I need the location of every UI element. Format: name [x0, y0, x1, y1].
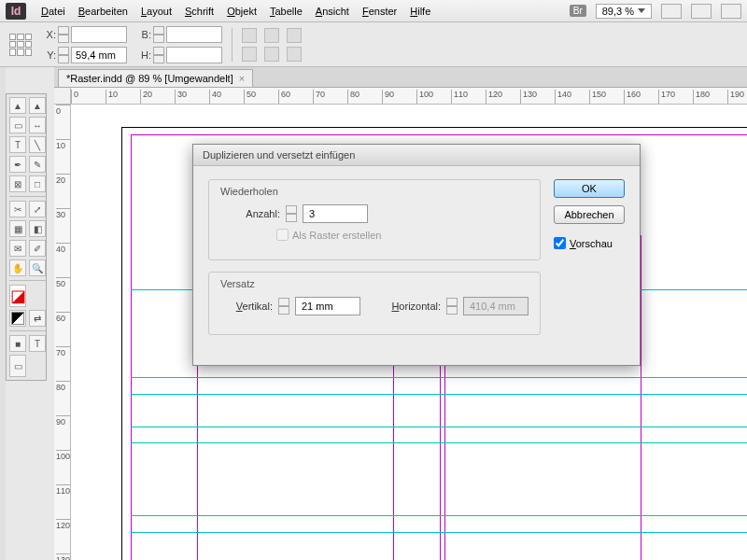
- gap-tool[interactable]: ↔: [29, 117, 46, 133]
- reference-point[interactable]: [9, 34, 32, 56]
- direct-selection-tool[interactable]: ▲: [29, 97, 46, 114]
- menu-tabelle[interactable]: Tabelle: [264, 3, 308, 20]
- menu-objekt[interactable]: Objekt: [221, 3, 262, 20]
- menu-schrift[interactable]: Schrift: [179, 3, 219, 20]
- h-label: H:: [136, 49, 151, 61]
- align-icon[interactable]: [264, 28, 279, 43]
- dialog-title: Duplizieren und versetzt einfügen: [193, 145, 640, 166]
- document-tab-bar: *Raster.indd @ 89 % [Umgewandelt] ×: [54, 67, 747, 88]
- pencil-tool[interactable]: ✎: [29, 156, 46, 173]
- w-stepper[interactable]: [153, 26, 164, 43]
- screen-mode-icon[interactable]: [691, 4, 712, 19]
- document-tab[interactable]: *Raster.indd @ 89 % [Umgewandelt] ×: [58, 69, 253, 87]
- repeat-group: Wiederholen Anzahl: Als Raster erstellen: [208, 179, 541, 260]
- vertical-input[interactable]: [295, 297, 360, 315]
- close-tab-icon[interactable]: ×: [239, 73, 245, 84]
- misc-icon[interactable]: [287, 47, 302, 62]
- y-input[interactable]: [71, 47, 127, 63]
- horizontal-guide[interactable]: [131, 442, 747, 443]
- preview-checkbox[interactable]: [554, 237, 566, 249]
- rectangle-frame-tool[interactable]: ⊠: [9, 175, 26, 192]
- document-tab-title: *Raster.indd @ 89 % [Umgewandelt]: [66, 73, 233, 84]
- y-label: Y:: [41, 49, 56, 61]
- w-input[interactable]: [166, 26, 222, 43]
- menu-layout[interactable]: Layout: [135, 3, 177, 20]
- scissors-tool[interactable]: ✂: [9, 201, 26, 217]
- x-stepper[interactable]: [58, 26, 69, 43]
- swap-fill-stroke[interactable]: ⇄: [29, 310, 46, 327]
- view-options-icon[interactable]: [661, 4, 682, 19]
- apply-color[interactable]: ■: [9, 335, 26, 352]
- type-tool[interactable]: T: [9, 136, 26, 153]
- y-stepper[interactable]: [58, 47, 69, 63]
- rectangle-tool[interactable]: □: [29, 175, 46, 192]
- chevron-down-icon: [638, 8, 645, 13]
- eyedropper-tool[interactable]: ✐: [29, 240, 46, 257]
- ruler-origin[interactable]: [54, 88, 71, 105]
- ruler-horizontal[interactable]: 0102030405060708090100110120130140150160…: [71, 88, 747, 105]
- tools-palette: ▲ ▲ ▭ ↔ T ╲ ✒ ✎ ⊠ □ ✂ ⤢ ▦ ◧ ✉ ✐ ✋ 🔍 ◪ ⇄ …: [6, 93, 47, 381]
- vertical-stepper[interactable]: [278, 298, 289, 315]
- fill-stroke-swatch[interactable]: ◪: [9, 285, 26, 307]
- horizontal-input: [463, 297, 529, 315]
- menu-bar: Id DDateiatei Bearbeiten Layout Schrift …: [0, 0, 747, 22]
- vertical-label: Vertikal:: [224, 301, 273, 312]
- app-logo: Id: [6, 3, 26, 20]
- step-and-repeat-dialog: Duplizieren und versetzt einfügen Wieder…: [192, 144, 641, 366]
- zoom-value: 89,3 %: [602, 6, 634, 17]
- horizontal-guide[interactable]: [131, 394, 747, 395]
- zoom-tool[interactable]: 🔍: [29, 259, 46, 276]
- menu-hilfe[interactable]: Hilfe: [404, 3, 436, 20]
- apply-text[interactable]: T: [29, 335, 46, 352]
- hand-tool[interactable]: ✋: [9, 259, 26, 276]
- rotate-icon[interactable]: [242, 47, 257, 62]
- w-label: B:: [136, 29, 151, 40]
- as-grid-label: Als Raster erstellen: [292, 230, 381, 241]
- pen-tool[interactable]: ✒: [9, 156, 26, 173]
- as-grid-checkbox: [276, 229, 289, 241]
- arrange-icon[interactable]: [721, 4, 741, 19]
- horizontal-guide[interactable]: [131, 427, 747, 427]
- count-input[interactable]: [303, 204, 368, 223]
- selection-tool[interactable]: ▲: [9, 97, 26, 114]
- line-tool[interactable]: ╲: [29, 136, 46, 153]
- column-guide: [641, 235, 641, 560]
- horizontal-label: Horizontal:: [375, 301, 441, 312]
- ruler-vertical[interactable]: 0102030405060708090100110120130: [54, 105, 71, 560]
- control-extra-icons: [242, 28, 302, 62]
- free-transform-tool[interactable]: ⤢: [29, 201, 46, 217]
- control-bar: X: Y: B: H:: [0, 22, 747, 67]
- menu-bearbeiten[interactable]: Bearbeiten: [73, 3, 134, 20]
- menu-ansicht[interactable]: Ansicht: [310, 3, 355, 20]
- view-mode[interactable]: ▭: [9, 355, 26, 377]
- h-stepper[interactable]: [153, 47, 164, 63]
- note-tool[interactable]: ✉: [9, 240, 26, 257]
- transform-icon[interactable]: [287, 28, 302, 43]
- repeat-group-title: Wiederholen: [220, 186, 529, 197]
- ok-button[interactable]: OK: [554, 179, 625, 198]
- menu-datei[interactable]: DDateiatei: [35, 3, 71, 20]
- x-label: X:: [41, 29, 56, 40]
- x-input[interactable]: [71, 26, 127, 43]
- page-tool[interactable]: ▭: [9, 117, 26, 133]
- horizontal-guide[interactable]: [131, 377, 747, 378]
- zoom-level[interactable]: 89,3 %: [596, 4, 652, 19]
- horizontal-stepper[interactable]: [446, 298, 458, 315]
- bridge-icon[interactable]: Br: [570, 5, 586, 17]
- constrain-icon[interactable]: [242, 28, 257, 43]
- preview-label: Vorschau: [570, 238, 613, 249]
- menu-fenster[interactable]: Fenster: [357, 3, 402, 20]
- horizontal-guide[interactable]: [131, 532, 747, 533]
- gradient-tool[interactable]: ▦: [9, 220, 26, 237]
- distribute-icon[interactable]: [264, 47, 279, 62]
- count-label: Anzahl:: [233, 208, 280, 219]
- gradient-feather-tool[interactable]: ◧: [29, 220, 46, 237]
- offset-group-title: Versatz: [220, 278, 529, 289]
- offset-group: Versatz Vertikal: Horizontal:: [208, 272, 541, 335]
- cancel-button[interactable]: Abbrechen: [554, 205, 625, 224]
- count-stepper[interactable]: [286, 205, 297, 222]
- default-fill-stroke[interactable]: [9, 310, 26, 327]
- horizontal-guide[interactable]: [131, 515, 747, 516]
- h-input[interactable]: [166, 47, 222, 63]
